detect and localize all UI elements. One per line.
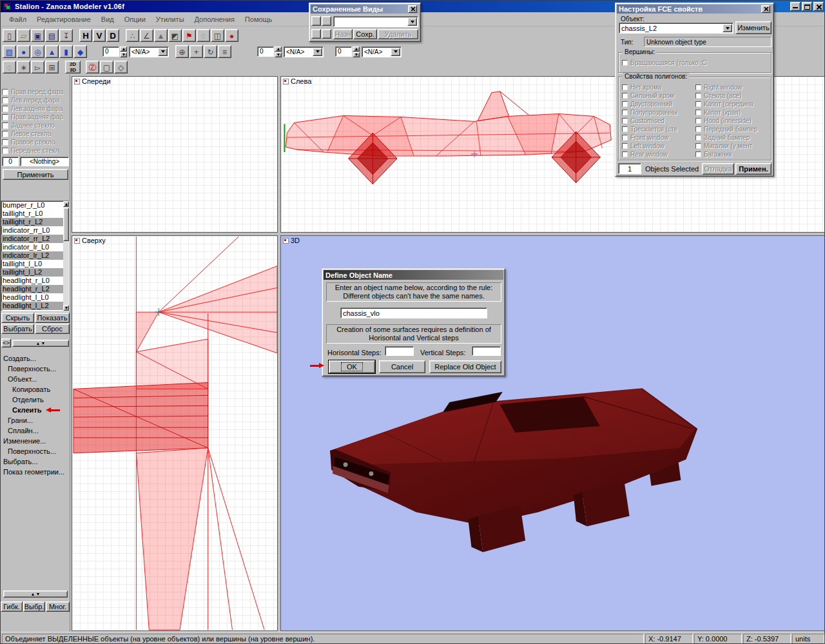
fce-titlebar[interactable]: Настройка FCE свойств <box>617 5 772 14</box>
fce-debug-button[interactable]: Отладка <box>702 163 734 175</box>
part-item[interactable]: taillight_r_L2 <box>1 218 63 226</box>
fce-checkbox[interactable] <box>622 101 628 107</box>
tree-item[interactable]: Грани... <box>1 415 70 425</box>
dialog-titlebar[interactable]: Define Object Name <box>324 270 503 280</box>
cancel-button[interactable]: Cancel <box>379 360 425 373</box>
part-item[interactable]: taillight_r_L0 <box>1 210 63 218</box>
axis-d-button[interactable]: D <box>106 29 119 42</box>
save-view-button[interactable]: Сохр. <box>353 29 377 39</box>
tree-item[interactable]: Объект... <box>1 374 70 384</box>
torus-primitive-button[interactable]: ◎ <box>31 45 44 58</box>
fce-change-button[interactable]: Изменить <box>735 21 772 34</box>
part-item[interactable]: headlight_r_L0 <box>1 277 63 285</box>
scroll-thumb[interactable] <box>63 208 69 241</box>
edge-mode-button[interactable]: ∠ <box>140 29 153 42</box>
snap-grid-button[interactable]: ⊞ <box>45 61 59 73</box>
mode-2d3d-button[interactable]: 2D 3D <box>65 61 81 73</box>
fce-checkbox[interactable] <box>622 84 628 90</box>
spinner-value-1[interactable]: 0 <box>102 46 119 57</box>
lamp-checkbox[interactable] <box>2 122 8 129</box>
restore-button[interactable] <box>802 2 812 11</box>
ok-button[interactable]: OK <box>329 360 375 373</box>
fce-checkbox[interactable] <box>695 101 701 107</box>
lamp-checkbox[interactable] <box>2 97 8 104</box>
part-item[interactable]: headlight_l_L0 <box>1 293 63 302</box>
panel-splitter-top[interactable] <box>12 340 69 347</box>
fce-apply-button[interactable]: Примен. <box>735 163 772 175</box>
sphere-primitive-button[interactable]: ● <box>17 45 30 58</box>
views-layout-button[interactable]: ≡ <box>218 45 231 58</box>
combo-arrow-button-1[interactable] <box>158 48 168 56</box>
part-item[interactable]: indicator_lr_L0 <box>1 243 63 251</box>
tree-item[interactable]: Поверхность... <box>1 364 70 374</box>
axis-h-button[interactable]: H <box>79 29 92 42</box>
material-select-field[interactable]: <Nothing> <box>20 157 69 166</box>
star-select-button[interactable]: ∗ <box>17 61 30 73</box>
menu-edit[interactable]: Редактирование <box>32 14 95 25</box>
cylinder-primitive-button[interactable]: ▮ <box>59 45 73 58</box>
combo-arrow-button-3[interactable] <box>391 48 400 56</box>
hide-button[interactable]: Скрыть <box>1 313 34 323</box>
lamp-checkbox[interactable] <box>2 148 8 154</box>
tree-item[interactable]: Выбрать... <box>1 456 70 467</box>
replace-old-object-button[interactable]: Replace Old Object <box>429 360 501 373</box>
part-item[interactable]: bumper_r_L0 <box>1 201 63 210</box>
gizmo-button[interactable]: ◇ <box>114 61 128 73</box>
view-combo-3[interactable]: <N/A> <box>362 46 402 57</box>
viewport-front[interactable]: Спереди <box>72 76 278 233</box>
scroll-up-button[interactable] <box>63 201 69 207</box>
vertical-steps-input[interactable] <box>472 346 501 356</box>
lamp-checkbox[interactable] <box>2 89 8 95</box>
menu-file[interactable]: Файл <box>5 14 31 25</box>
fce-checkbox[interactable] <box>622 151 628 157</box>
part-item[interactable]: indicator_rr_L2 <box>1 235 63 243</box>
teapot-primitive-button[interactable]: ◆ <box>73 45 87 58</box>
saved-views-combo-arrow[interactable] <box>407 17 417 26</box>
new-file-button[interactable]: ▯ <box>3 29 16 42</box>
parts-scrollbar[interactable] <box>63 201 69 311</box>
fce-checkbox[interactable] <box>695 126 701 132</box>
view-combo-2[interactable]: <N/A> <box>284 46 324 57</box>
assign-view-button[interactable]: Назн <box>333 29 353 39</box>
lamp-checkbox[interactable] <box>2 114 8 121</box>
lamp-checkbox[interactable] <box>2 131 8 137</box>
view-combo-1[interactable]: <N/A> <box>129 46 169 57</box>
spinner-value-2[interactable]: 0 <box>257 46 274 57</box>
spinner-up-button-2[interactable] <box>275 46 282 52</box>
fce-checkbox[interactable] <box>695 135 701 141</box>
menu-options[interactable]: Опции <box>120 14 150 25</box>
tree-item[interactable]: Показ геометрии... <box>1 467 70 477</box>
fce-checkbox[interactable] <box>695 143 701 149</box>
reset-button[interactable]: Сброс <box>35 324 70 334</box>
saved-view-slot-button-4[interactable] <box>322 29 331 39</box>
spinner-up-button-1[interactable] <box>120 46 127 52</box>
part-item[interactable]: taillight_l_L2 <box>1 268 63 277</box>
flexible-mode-button[interactable]: Гибк. <box>1 601 23 612</box>
part-item[interactable]: headlight_r_L2 <box>1 285 63 293</box>
lamp-checkbox[interactable] <box>2 106 8 112</box>
mirror-button[interactable]: ◫ <box>211 29 224 42</box>
saved-views-close-button[interactable] <box>408 5 417 13</box>
save-button[interactable]: ▣ <box>31 29 44 42</box>
fce-checkbox[interactable] <box>622 93 628 99</box>
material-count-field[interactable]: 0 <box>2 157 19 166</box>
saved-views-combo[interactable] <box>333 16 418 27</box>
parts-list[interactable]: bumper_r_L0taillight_r_L0taillight_r_L2i… <box>1 200 70 311</box>
select-button[interactable]: Выбрать <box>1 324 34 334</box>
fce-checkbox[interactable] <box>695 93 701 99</box>
close-button[interactable] <box>813 2 824 11</box>
pan-button[interactable]: + <box>189 45 203 58</box>
saved-view-slot-button-2[interactable] <box>322 16 331 26</box>
multiple-mode-button[interactable]: Мног. <box>46 601 70 612</box>
saved-view-slot-button-3[interactable] <box>311 29 321 39</box>
tree-item[interactable]: Отделить <box>1 395 70 405</box>
menu-addons[interactable]: Дополнения <box>190 14 239 25</box>
fce-checkbox[interactable] <box>622 126 628 132</box>
object-mode-button[interactable]: ◩ <box>168 29 182 42</box>
apply-material-button[interactable]: Применить <box>3 169 68 180</box>
tree-item[interactable]: Поверхность... <box>1 446 70 456</box>
delete-view-button[interactable]: Удалить <box>378 29 418 39</box>
menu-utilities[interactable]: Утилиты <box>151 14 189 25</box>
fce-close-button[interactable] <box>761 5 770 13</box>
fce-checkbox[interactable] <box>622 143 628 149</box>
